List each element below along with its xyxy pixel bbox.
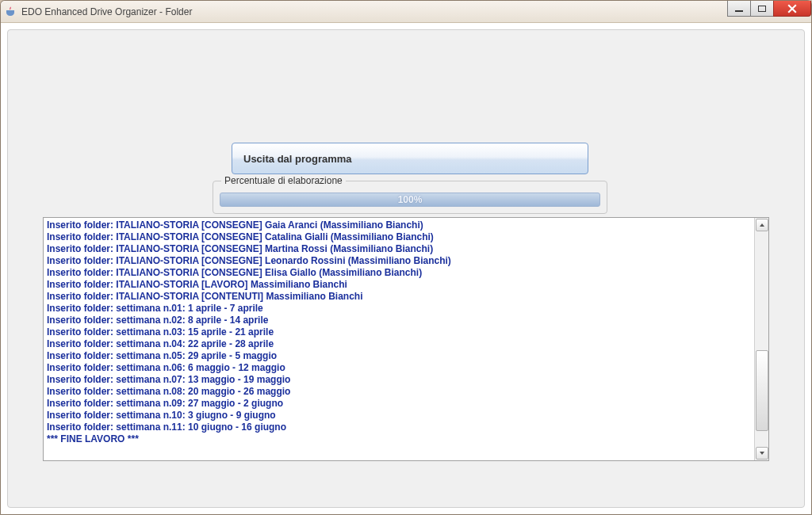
log-line: Inserito folder: ITALIANO-STORIA [CONSEG… [47, 231, 751, 243]
progress-legend: Percentuale di elaborazione [221, 175, 346, 186]
log-line: Inserito folder: ITALIANO-STORIA [LAVORO… [47, 279, 751, 291]
scroll-up-button[interactable] [756, 219, 768, 231]
log-line: Inserito folder: settimana n.05: 29 apri… [47, 350, 751, 362]
close-button[interactable] [773, 1, 811, 17]
log-line: Inserito folder: ITALIANO-STORIA [CONSEG… [47, 243, 751, 255]
log-panel: Inserito folder: ITALIANO-STORIA [CONSEG… [43, 217, 769, 461]
log-line: Inserito folder: settimana n.08: 20 magg… [47, 386, 751, 398]
log-line: Inserito folder: settimana n.06: 6 maggi… [47, 362, 751, 374]
log-line: Inserito folder: settimana n.11: 10 giug… [47, 422, 751, 433]
progress-bar: 100% [220, 193, 600, 207]
log-line: Inserito folder: settimana n.10: 3 giugn… [47, 410, 751, 422]
scrollbar-thumb[interactable] [756, 350, 768, 432]
log-line: Inserito folder: settimana n.02: 8 april… [47, 315, 751, 326]
log-line: Inserito folder: settimana n.01: 1 april… [47, 303, 751, 315]
log-line: Inserito folder: settimana n.03: 15 apri… [47, 326, 751, 338]
client-area: Uscita dal programma Percentuale di elab… [1, 23, 811, 514]
progress-percent-text: 100% [398, 194, 423, 205]
scrollbar-track[interactable] [756, 232, 768, 446]
titlebar[interactable]: EDO Enhanced Drive Organizer - Folder [1, 1, 811, 23]
window-title: EDO Enhanced Drive Organizer - Folder [21, 6, 192, 17]
log-line: Inserito folder: settimana n.09: 27 magg… [47, 398, 751, 410]
log-line: Inserito folder: ITALIANO-STORIA [CONTEN… [47, 291, 751, 303]
log-line: Inserito folder: ITALIANO-STORIA [CONSEG… [47, 267, 751, 279]
log-line: Inserito folder: ITALIANO-STORIA [CONSEG… [47, 255, 751, 267]
app-window: EDO Enhanced Drive Organizer - Folder Us… [0, 0, 812, 515]
log-textarea[interactable]: Inserito folder: ITALIANO-STORIA [CONSEG… [44, 218, 754, 460]
log-line: Inserito folder: settimana n.04: 22 apri… [47, 338, 751, 350]
main-panel: Uscita dal programma Percentuale di elab… [7, 29, 805, 508]
exit-program-button[interactable]: Uscita dal programma [232, 143, 588, 174]
window-controls [728, 1, 811, 17]
exit-program-button-label: Uscita dal programma [243, 153, 352, 165]
java-cup-icon [4, 6, 17, 18]
maximize-button[interactable] [750, 1, 774, 17]
vertical-scrollbar[interactable] [754, 218, 768, 460]
progress-group: Percentuale di elaborazione 100% [213, 181, 607, 214]
scroll-down-button[interactable] [756, 447, 768, 460]
log-line: *** FINE LAVORO *** [47, 433, 751, 445]
log-line: Inserito folder: settimana n.07: 13 magg… [47, 374, 751, 386]
log-line: Inserito folder: ITALIANO-STORIA [CONSEG… [47, 219, 751, 231]
minimize-button[interactable] [727, 1, 751, 17]
